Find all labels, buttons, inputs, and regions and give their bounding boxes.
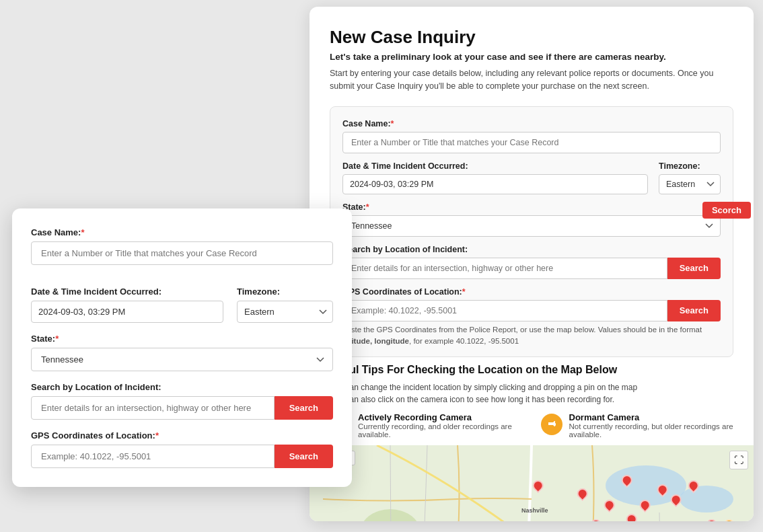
dormant-camera-legend: Dormant Camera Not currently recording, … (541, 412, 734, 439)
case-name-input[interactable] (342, 132, 721, 153)
active-camera-text: Actively Recording Camera Currently reco… (358, 412, 514, 439)
timezone-label: Timezone: (659, 161, 721, 171)
map-expand-button[interactable]: ⛶ (729, 451, 748, 469)
card-location-input[interactable] (31, 396, 275, 420)
card-gps-input[interactable] (31, 445, 275, 468)
page-desc: Start by entering your case details belo… (330, 67, 733, 93)
map-container[interactable]: Nashville Nashville 2 km (310, 445, 754, 521)
scorch-button[interactable]: Scorch (702, 202, 751, 219)
floating-card: Case Name:* Date & Time Incident Occurre… (12, 208, 352, 487)
location-search-input[interactable] (342, 258, 667, 279)
location-search-label: Search by Location of Incident: (342, 245, 721, 254)
tips-line1: You can change the incident location by … (330, 381, 733, 406)
tips-title: Useful Tips For Checking the Location on… (330, 364, 733, 376)
svg-text:Nashville: Nashville (521, 507, 548, 514)
card-location-label: Search by Location of Incident: (31, 382, 333, 392)
card-timezone-select[interactable]: Eastern Central Mountain Pacific (237, 301, 333, 323)
svg-point-1 (606, 465, 686, 506)
card-location-search-button[interactable]: Search (275, 396, 333, 420)
main-panel: New Case Inquiry Let's take a preliminar… (310, 7, 754, 521)
card-timezone-label: Timezone: (237, 287, 333, 297)
location-search-button[interactable]: Search (667, 258, 721, 279)
dormant-camera-icon (541, 414, 562, 435)
card-gps-search-button[interactable]: Search (275, 445, 333, 468)
legend-row: Actively Recording Camera Currently reco… (330, 412, 733, 439)
state-select[interactable]: Tennessee Alabama Georgia Kentucky (342, 215, 721, 237)
card-case-name-label: Case Name:* (31, 227, 333, 237)
gps-input[interactable] (342, 300, 667, 321)
page-subtitle: Let's take a preliminary look at your ca… (330, 52, 733, 62)
dormant-camera-text: Dormant Camera Not currently recording, … (569, 412, 734, 439)
card-gps-label: GPS Coordinates of Location:* (31, 430, 333, 441)
card-datetime-input[interactable] (31, 301, 223, 323)
card-state-select[interactable]: Tennessee Alabama Georgia Kentucky (31, 348, 333, 371)
case-name-label: Case Name:* (342, 119, 721, 128)
state-label: State:* (342, 202, 721, 212)
active-camera-legend: Actively Recording Camera Currently reco… (330, 412, 514, 439)
svg-point-2 (680, 486, 733, 512)
datetime-input[interactable] (342, 174, 648, 194)
card-state-label: State:* (31, 334, 333, 344)
datetime-label: Date & Time Incident Occurred: (342, 161, 648, 171)
nashville-map: Nashville Nashville 2 km (310, 445, 754, 521)
form-section: Case Name:* Date & Time Incident Occurre… (330, 106, 733, 358)
card-datetime-label: Date & Time Incident Occurred: (31, 287, 223, 297)
gps-hint: paste the GPS Coordinates from the Polic… (342, 324, 721, 348)
timezone-select[interactable]: Eastern Central Mountain Pacific (659, 174, 721, 194)
tips-section: Useful Tips For Checking the Location on… (310, 364, 754, 439)
gps-search-button[interactable]: Search (667, 300, 721, 321)
page-title: New Case Inquiry (330, 27, 733, 48)
card-case-name-input[interactable] (31, 241, 333, 265)
gps-label: GPS Coordinates of Location:* (342, 287, 721, 297)
